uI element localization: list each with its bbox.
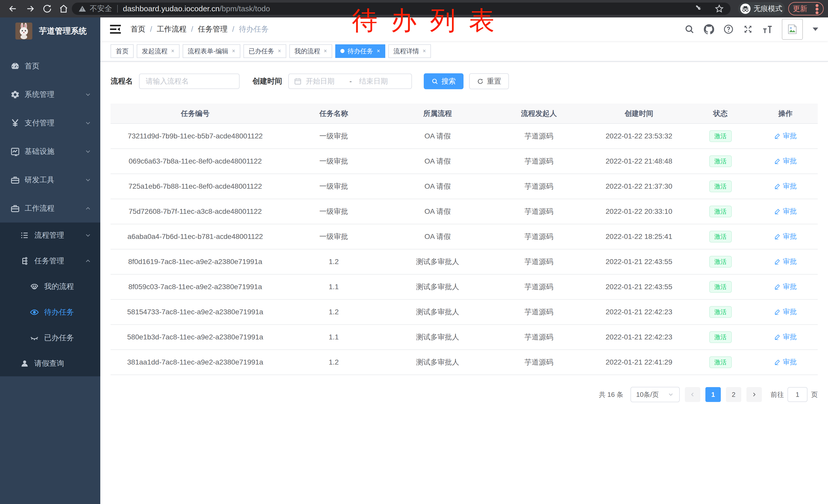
breadcrumb-task-mgmt[interactable]: 任务管理 — [198, 24, 227, 34]
approve-link[interactable]: 审批 — [774, 257, 797, 266]
approve-link[interactable]: 审批 — [774, 156, 797, 166]
action-cell: 审批 — [753, 300, 818, 325]
sidebar-item-devtools[interactable]: 研发工具 — [0, 166, 100, 194]
update-button[interactable]: 更新 ●●● — [788, 2, 824, 15]
home-icon[interactable] — [58, 4, 69, 14]
prev-page-button[interactable] — [685, 387, 700, 402]
close-icon[interactable]: × — [377, 48, 380, 54]
tab-home[interactable]: 首页 — [111, 44, 134, 58]
sidebar-item-process-mgmt[interactable]: 流程管理 — [0, 223, 100, 248]
close-icon[interactable]: × — [171, 48, 174, 54]
approve-link[interactable]: 审批 — [774, 182, 797, 191]
approve-link[interactable]: 审批 — [774, 207, 797, 216]
task-id-cell: 58154733-7ac8-11ec-a9e2-a2380e71991a — [111, 300, 280, 325]
edit-pencil-icon — [774, 133, 781, 139]
end-date-input[interactable] — [359, 77, 400, 85]
process-name-input[interactable] — [139, 74, 240, 89]
sidebar-item-leave-query[interactable]: 请假查询 — [0, 351, 100, 376]
status-cell: 激活 — [688, 300, 753, 325]
breadcrumb-separator: / — [232, 25, 234, 34]
tab-todo-task[interactable]: 待办任务× — [335, 44, 385, 58]
page-button-2[interactable]: 2 — [726, 387, 741, 402]
security-label[interactable]: 不安全 — [90, 4, 112, 14]
yen-icon — [10, 118, 20, 128]
sidebar-item-label: 请假查询 — [34, 358, 64, 369]
sidebar-item-task-mgmt[interactable]: 任务管理 — [0, 248, 100, 274]
table-row: 8f059c03-7ac8-11ec-a9e2-a2380e71991a 1.1… — [111, 274, 818, 300]
total-count: 共 16 条 — [599, 390, 623, 399]
forward-icon[interactable] — [25, 4, 35, 14]
reload-icon[interactable] — [42, 4, 52, 14]
caret-down-icon[interactable] — [812, 27, 819, 32]
date-range-picker[interactable]: - — [288, 74, 412, 89]
table-row: 8f0d1619-7ac8-11ec-a9e2-a2380e71991a 1.2… — [111, 249, 818, 274]
date-range-separator: - — [346, 77, 355, 85]
fullscreen-icon[interactable] — [743, 24, 753, 34]
sidebar-item-workflow[interactable]: 工作流程 — [0, 194, 100, 223]
sidebar-item-infra[interactable]: 基础设施 — [0, 137, 100, 166]
tab-form-edit[interactable]: 流程表单-编辑× — [182, 44, 240, 58]
url-bar[interactable]: 不安全 dashboard.yudao.iocoder.cn/bpm/task/… — [72, 3, 731, 15]
create-time-cell: 2022-01-22 18:25:41 — [590, 224, 688, 249]
tab-my-process[interactable]: 我的流程× — [289, 44, 332, 58]
pagination: 共 16 条 10条/页 1 2 前往 页 — [111, 387, 818, 402]
breadcrumb-workflow[interactable]: 工作流程 — [157, 24, 187, 34]
next-page-button[interactable] — [746, 387, 762, 402]
task-name-cell: 一级审批 — [280, 224, 387, 249]
sidebar-item-my-process[interactable]: 我的流程 — [0, 274, 100, 300]
help-icon[interactable] — [723, 24, 734, 34]
avatar-broken-image[interactable] — [782, 19, 803, 40]
close-icon[interactable]: × — [423, 48, 426, 54]
process-cell: 测试多审批人 — [387, 274, 488, 300]
sidebar-item-todo-task[interactable]: 待办任务 — [0, 300, 100, 325]
reset-button[interactable]: 重置 — [469, 73, 509, 89]
back-icon[interactable] — [8, 4, 18, 14]
approve-link[interactable]: 审批 — [774, 307, 797, 316]
chevron-down-icon — [667, 391, 674, 398]
hamburger-icon[interactable] — [110, 24, 121, 34]
page-button-1[interactable]: 1 — [705, 387, 721, 402]
password-key-icon[interactable] — [695, 4, 703, 13]
process-cell: 测试多审批人 — [387, 300, 488, 325]
close-icon[interactable]: × — [278, 48, 281, 54]
page-size-select[interactable]: 10条/页 — [630, 387, 680, 402]
status-badge: 激活 — [709, 306, 732, 318]
close-icon[interactable]: × — [324, 48, 327, 54]
approve-link[interactable]: 审批 — [774, 357, 797, 367]
approve-link[interactable]: 审批 — [774, 332, 797, 341]
sidebar-item-pay[interactable]: 支付管理 — [0, 109, 100, 137]
col-starter: 流程发起人 — [488, 103, 590, 124]
task-id-cell: 75d72608-7b7f-11ec-a3c8-acde48001122 — [111, 199, 280, 224]
breadcrumb-home[interactable]: 首页 — [131, 24, 146, 34]
sidebar-item-label: 我的流程 — [44, 281, 74, 292]
approve-link[interactable]: 审批 — [774, 232, 797, 241]
tab-done-task[interactable]: 已办任务× — [243, 44, 286, 58]
search-button[interactable]: 搜索 — [424, 73, 463, 89]
tab-process-detail[interactable]: 流程详情× — [388, 44, 431, 58]
action-cell: 审批 — [753, 224, 818, 249]
kebab-menu-icon[interactable]: ●●● — [815, 3, 819, 14]
github-icon[interactable] — [704, 24, 714, 34]
status-badge: 激活 — [709, 205, 732, 217]
approve-link[interactable]: 审批 — [774, 282, 797, 291]
starter-cell: 芋道源码 — [488, 300, 590, 325]
start-date-input[interactable] — [306, 77, 346, 85]
sidebar-item-system[interactable]: 系统管理 — [0, 80, 100, 109]
close-icon[interactable]: × — [232, 48, 235, 54]
starter-cell: 芋道源码 — [488, 149, 590, 174]
process-cell: 测试多审批人 — [387, 325, 488, 350]
sidebar-item-label: 待办任务 — [44, 307, 74, 317]
approve-link[interactable]: 审批 — [774, 131, 797, 140]
goto-page-input[interactable] — [787, 387, 808, 402]
bookmark-star-icon[interactable] — [715, 4, 724, 13]
sidebar-item-home[interactable]: 首页 — [0, 52, 100, 80]
filter-bar: 流程名 创建时间 - 搜索 重置 — [111, 73, 818, 89]
sidebar-item-done-task[interactable]: 已办任务 — [0, 325, 100, 351]
search-icon[interactable] — [685, 24, 695, 34]
edit-pencil-icon — [774, 308, 781, 315]
text-size-icon[interactable] — [762, 24, 773, 34]
tab-start-process[interactable]: 发起流程× — [137, 44, 179, 58]
logo-row[interactable]: 芋道管理系统 — [0, 17, 100, 45]
create-time-label: 创建时间 — [252, 76, 282, 86]
starter-cell: 芋道源码 — [488, 124, 590, 149]
